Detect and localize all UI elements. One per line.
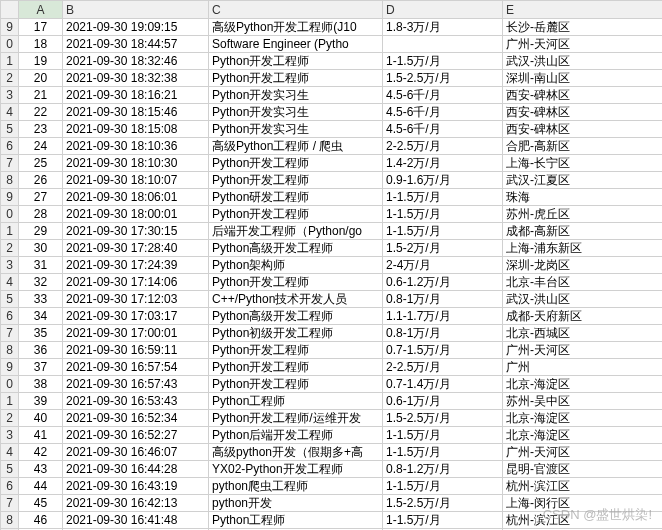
row-header[interactable]: 0 [1,36,19,53]
cell-timestamp[interactable]: 2021-09-30 16:57:54 [63,359,209,376]
cell-id[interactable]: 45 [19,495,63,512]
row-header[interactable]: 0 [1,206,19,223]
corner-cell[interactable] [1,1,19,19]
cell-title[interactable]: Python开发工程师 [209,155,383,172]
cell-location[interactable]: 广州-天河区 [503,444,663,461]
cell-title[interactable]: C++/Python技术开发人员 [209,291,383,308]
row-header[interactable]: 9 [1,189,19,206]
cell-timestamp[interactable]: 2021-09-30 18:16:21 [63,87,209,104]
cell-id[interactable]: 23 [19,121,63,138]
cell-timestamp[interactable]: 2021-09-30 16:52:27 [63,427,209,444]
cell-salary[interactable]: 0.8-1万/月 [383,291,503,308]
cell-location[interactable]: 北京-海淀区 [503,376,663,393]
cell-id[interactable]: 37 [19,359,63,376]
cell-salary[interactable]: 1.5-2.5万/月 [383,70,503,87]
cell-id[interactable]: 31 [19,257,63,274]
cell-salary[interactable]: 0.7-1.5万/月 [383,342,503,359]
cell-title[interactable]: 高级Python开发工程师(J10 [209,19,383,36]
cell-id[interactable]: 43 [19,461,63,478]
cell-title[interactable]: Python高级开发工程师 [209,240,383,257]
cell-title[interactable]: YX02-Python开发工程师 [209,461,383,478]
cell-location[interactable]: 上海-浦东新区 [503,240,663,257]
cell-title[interactable]: Python架构师 [209,257,383,274]
cell-location[interactable]: 深圳-南山区 [503,70,663,87]
cell-timestamp[interactable]: 2021-09-30 16:52:34 [63,410,209,427]
cell-salary[interactable]: 4.5-6千/月 [383,104,503,121]
row-header[interactable]: 7 [1,495,19,512]
cell-location[interactable]: 武汉-江夏区 [503,172,663,189]
cell-title[interactable]: Python开发工程师 [209,376,383,393]
cell-timestamp[interactable]: 2021-09-30 18:00:01 [63,206,209,223]
cell-title[interactable]: python开发 [209,495,383,512]
row-header[interactable]: 6 [1,138,19,155]
cell-title[interactable]: python爬虫工程师 [209,478,383,495]
cell-salary[interactable]: 2-2.5万/月 [383,138,503,155]
row-header[interactable]: 3 [1,257,19,274]
row-header[interactable]: 8 [1,342,19,359]
cell-salary[interactable]: 1-1.5万/月 [383,53,503,70]
cell-title[interactable]: Python开发实习生 [209,87,383,104]
cell-location[interactable]: 深圳-龙岗区 [503,257,663,274]
cell-salary[interactable]: 1-1.5万/月 [383,512,503,529]
cell-timestamp[interactable]: 2021-09-30 16:44:28 [63,461,209,478]
cell-id[interactable]: 22 [19,104,63,121]
cell-timestamp[interactable]: 2021-09-30 17:30:15 [63,223,209,240]
row-header[interactable]: 1 [1,393,19,410]
cell-location[interactable]: 苏州-虎丘区 [503,206,663,223]
cell-title[interactable]: Python工程师 [209,512,383,529]
cell-id[interactable]: 18 [19,36,63,53]
cell-location[interactable]: 武汉-洪山区 [503,53,663,70]
cell-title[interactable]: Python后端开发工程师 [209,427,383,444]
cell-salary[interactable]: 1.5-2万/月 [383,240,503,257]
cell-id[interactable]: 26 [19,172,63,189]
row-header[interactable]: 0 [1,376,19,393]
cell-salary[interactable]: 1-1.5万/月 [383,206,503,223]
cell-timestamp[interactable]: 2021-09-30 18:10:36 [63,138,209,155]
row-header[interactable]: 6 [1,478,19,495]
row-header[interactable]: 5 [1,121,19,138]
cell-salary[interactable]: 1.4-2万/月 [383,155,503,172]
cell-location[interactable]: 广州 [503,359,663,376]
cell-id[interactable]: 38 [19,376,63,393]
cell-location[interactable]: 北京-西城区 [503,325,663,342]
cell-title[interactable]: 高级python开发（假期多+高 [209,444,383,461]
cell-title[interactable]: 高级Python工程师 / 爬虫 [209,138,383,155]
cell-salary[interactable]: 2-2.5万/月 [383,359,503,376]
col-header-B[interactable]: B [63,1,209,19]
cell-title[interactable]: Python开发工程师 [209,172,383,189]
cell-salary[interactable]: 1-1.5万/月 [383,223,503,240]
cell-title[interactable]: Python开发工程师 [209,53,383,70]
cell-salary[interactable]: 1-1.5万/月 [383,478,503,495]
cell-timestamp[interactable]: 2021-09-30 18:15:46 [63,104,209,121]
cell-title[interactable]: Python开发工程师/运维开发 [209,410,383,427]
cell-title[interactable]: Python开发实习生 [209,121,383,138]
cell-timestamp[interactable]: 2021-09-30 18:44:57 [63,36,209,53]
cell-title[interactable]: Python开发实习生 [209,104,383,121]
row-header[interactable]: 1 [1,223,19,240]
row-header[interactable]: 4 [1,104,19,121]
cell-salary[interactable] [383,36,503,53]
cell-id[interactable]: 44 [19,478,63,495]
row-header[interactable]: 7 [1,155,19,172]
cell-timestamp[interactable]: 2021-09-30 16:43:19 [63,478,209,495]
cell-title[interactable]: Python开发工程师 [209,274,383,291]
cell-salary[interactable]: 1.5-2.5万/月 [383,495,503,512]
cell-title[interactable]: Software Engineer (Pytho [209,36,383,53]
cell-title[interactable]: Python开发工程师 [209,359,383,376]
cell-id[interactable]: 36 [19,342,63,359]
cell-id[interactable]: 46 [19,512,63,529]
cell-timestamp[interactable]: 2021-09-30 18:32:46 [63,53,209,70]
cell-location[interactable]: 西安-碑林区 [503,87,663,104]
cell-title[interactable]: Python开发工程师 [209,342,383,359]
cell-timestamp[interactable]: 2021-09-30 17:12:03 [63,291,209,308]
cell-id[interactable]: 24 [19,138,63,155]
cell-id[interactable]: 39 [19,393,63,410]
cell-location[interactable]: 上海-闵行区 [503,495,663,512]
cell-timestamp[interactable]: 2021-09-30 17:03:17 [63,308,209,325]
cell-salary[interactable]: 2-4万/月 [383,257,503,274]
cell-id[interactable]: 34 [19,308,63,325]
cell-location[interactable]: 北京-海淀区 [503,410,663,427]
cell-timestamp[interactable]: 2021-09-30 18:15:08 [63,121,209,138]
cell-title[interactable]: Python开发工程师 [209,206,383,223]
cell-id[interactable]: 33 [19,291,63,308]
